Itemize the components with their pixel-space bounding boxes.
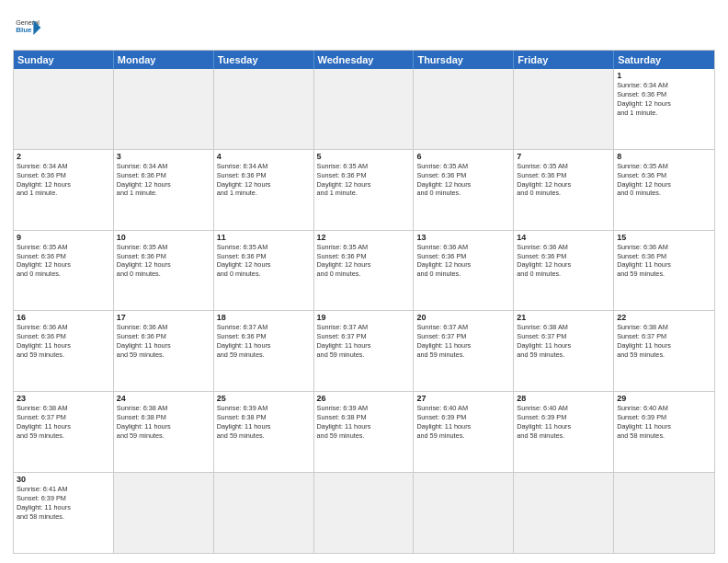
cell-info: Sunrise: 6:34 AM Sunset: 6:36 PM Dayligh… bbox=[17, 162, 110, 198]
cell-info: Sunrise: 6:40 AM Sunset: 6:39 PM Dayligh… bbox=[517, 404, 610, 440]
cell-info: Sunrise: 6:35 AM Sunset: 6:36 PM Dayligh… bbox=[617, 162, 711, 198]
cell-info: Sunrise: 6:38 AM Sunset: 6:38 PM Dayligh… bbox=[117, 404, 210, 440]
day-number: 18 bbox=[217, 313, 311, 322]
weekday-header-wednesday: Wednesday bbox=[314, 51, 415, 69]
calendar-cell: 13Sunrise: 6:36 AM Sunset: 6:36 PM Dayli… bbox=[414, 231, 514, 311]
calendar-cell: 14Sunrise: 6:36 AM Sunset: 6:36 PM Dayli… bbox=[514, 231, 614, 311]
calendar-cell bbox=[514, 69, 614, 149]
day-number: 21 bbox=[517, 313, 610, 322]
calendar-cell: 5Sunrise: 6:35 AM Sunset: 6:36 PM Daylig… bbox=[314, 150, 415, 230]
calendar-cell: 25Sunrise: 6:39 AM Sunset: 6:38 PM Dayli… bbox=[214, 392, 314, 472]
calendar-row-5: 30Sunrise: 6:41 AM Sunset: 6:39 PM Dayli… bbox=[14, 472, 714, 553]
calendar-cell: 26Sunrise: 6:39 AM Sunset: 6:38 PM Dayli… bbox=[314, 392, 415, 472]
calendar-cell bbox=[114, 69, 214, 149]
calendar-row-1: 2Sunrise: 6:34 AM Sunset: 6:36 PM Daylig… bbox=[14, 149, 714, 230]
calendar-cell: 23Sunrise: 6:38 AM Sunset: 6:37 PM Dayli… bbox=[14, 392, 114, 472]
day-number: 7 bbox=[517, 152, 610, 161]
calendar-cell: 21Sunrise: 6:38 AM Sunset: 6:37 PM Dayli… bbox=[514, 311, 614, 391]
calendar-cell: 18Sunrise: 6:37 AM Sunset: 6:36 PM Dayli… bbox=[214, 311, 314, 391]
calendar-cell: 12Sunrise: 6:35 AM Sunset: 6:36 PM Dayli… bbox=[314, 231, 415, 311]
cell-info: Sunrise: 6:38 AM Sunset: 6:37 PM Dayligh… bbox=[517, 323, 610, 359]
calendar-cell bbox=[414, 473, 514, 553]
calendar-cell: 16Sunrise: 6:36 AM Sunset: 6:36 PM Dayli… bbox=[14, 311, 114, 391]
day-number: 17 bbox=[117, 313, 210, 322]
logo-icon: General Blue bbox=[13, 13, 42, 42]
calendar-row-4: 23Sunrise: 6:38 AM Sunset: 6:37 PM Dayli… bbox=[14, 391, 714, 472]
day-number: 5 bbox=[317, 152, 411, 161]
calendar-row-2: 9Sunrise: 6:35 AM Sunset: 6:36 PM Daylig… bbox=[14, 230, 714, 311]
cell-info: Sunrise: 6:34 AM Sunset: 6:36 PM Dayligh… bbox=[217, 162, 311, 198]
weekday-header-monday: Monday bbox=[114, 51, 214, 69]
cell-info: Sunrise: 6:35 AM Sunset: 6:36 PM Dayligh… bbox=[517, 162, 610, 198]
weekday-header-tuesday: Tuesday bbox=[214, 51, 314, 69]
calendar-cell: 6Sunrise: 6:35 AM Sunset: 6:36 PM Daylig… bbox=[414, 150, 514, 230]
page: General Blue SundayMondayTuesdayWednesda… bbox=[0, 0, 728, 563]
day-number: 3 bbox=[117, 152, 210, 161]
cell-info: Sunrise: 6:39 AM Sunset: 6:38 PM Dayligh… bbox=[317, 404, 411, 440]
day-number: 15 bbox=[617, 233, 711, 242]
calendar-cell: 30Sunrise: 6:41 AM Sunset: 6:39 PM Dayli… bbox=[14, 473, 114, 553]
day-number: 28 bbox=[517, 394, 610, 403]
calendar-cell bbox=[314, 69, 415, 149]
cell-info: Sunrise: 6:40 AM Sunset: 6:39 PM Dayligh… bbox=[617, 404, 711, 440]
day-number: 26 bbox=[317, 394, 411, 403]
day-number: 16 bbox=[17, 313, 110, 322]
calendar-cell bbox=[614, 473, 714, 553]
calendar-header: SundayMondayTuesdayWednesdayThursdayFrid… bbox=[14, 51, 714, 69]
cell-info: Sunrise: 6:41 AM Sunset: 6:39 PM Dayligh… bbox=[17, 485, 110, 521]
calendar-cell: 17Sunrise: 6:36 AM Sunset: 6:36 PM Dayli… bbox=[114, 311, 214, 391]
calendar-cell: 9Sunrise: 6:35 AM Sunset: 6:36 PM Daylig… bbox=[14, 231, 114, 311]
cell-info: Sunrise: 6:36 AM Sunset: 6:36 PM Dayligh… bbox=[17, 323, 110, 359]
header: General Blue bbox=[13, 9, 715, 42]
cell-info: Sunrise: 6:37 AM Sunset: 6:37 PM Dayligh… bbox=[416, 323, 510, 359]
day-number: 25 bbox=[217, 394, 311, 403]
weekday-header-friday: Friday bbox=[514, 51, 614, 69]
day-number: 9 bbox=[17, 233, 110, 242]
cell-info: Sunrise: 6:39 AM Sunset: 6:38 PM Dayligh… bbox=[217, 404, 311, 440]
cell-info: Sunrise: 6:35 AM Sunset: 6:36 PM Dayligh… bbox=[117, 243, 210, 279]
day-number: 29 bbox=[617, 394, 711, 403]
day-number: 10 bbox=[117, 233, 210, 242]
day-number: 1 bbox=[617, 71, 711, 80]
day-number: 6 bbox=[416, 152, 510, 161]
cell-info: Sunrise: 6:36 AM Sunset: 6:36 PM Dayligh… bbox=[617, 243, 711, 279]
weekday-header-sunday: Sunday bbox=[14, 51, 114, 69]
cell-info: Sunrise: 6:35 AM Sunset: 6:36 PM Dayligh… bbox=[217, 243, 311, 279]
day-number: 19 bbox=[317, 313, 411, 322]
calendar-body: 1Sunrise: 6:34 AM Sunset: 6:36 PM Daylig… bbox=[14, 69, 714, 553]
day-number: 8 bbox=[617, 152, 711, 161]
calendar-cell bbox=[214, 69, 314, 149]
calendar-cell: 1Sunrise: 6:34 AM Sunset: 6:36 PM Daylig… bbox=[614, 69, 714, 149]
calendar-cell bbox=[414, 69, 514, 149]
calendar-cell: 24Sunrise: 6:38 AM Sunset: 6:38 PM Dayli… bbox=[114, 392, 214, 472]
cell-info: Sunrise: 6:36 AM Sunset: 6:36 PM Dayligh… bbox=[517, 243, 610, 279]
day-number: 4 bbox=[217, 152, 311, 161]
calendar-row-0: 1Sunrise: 6:34 AM Sunset: 6:36 PM Daylig… bbox=[14, 69, 714, 149]
cell-info: Sunrise: 6:34 AM Sunset: 6:36 PM Dayligh… bbox=[117, 162, 210, 198]
weekday-header-saturday: Saturday bbox=[614, 51, 714, 69]
calendar: SundayMondayTuesdayWednesdayThursdayFrid… bbox=[13, 50, 715, 554]
cell-info: Sunrise: 6:36 AM Sunset: 6:36 PM Dayligh… bbox=[416, 243, 510, 279]
cell-info: Sunrise: 6:35 AM Sunset: 6:36 PM Dayligh… bbox=[317, 162, 411, 198]
calendar-cell: 10Sunrise: 6:35 AM Sunset: 6:36 PM Dayli… bbox=[114, 231, 214, 311]
calendar-cell: 3Sunrise: 6:34 AM Sunset: 6:36 PM Daylig… bbox=[114, 150, 214, 230]
cell-info: Sunrise: 6:35 AM Sunset: 6:36 PM Dayligh… bbox=[17, 243, 110, 279]
calendar-cell: 22Sunrise: 6:38 AM Sunset: 6:37 PM Dayli… bbox=[614, 311, 714, 391]
weekday-header-thursday: Thursday bbox=[414, 51, 514, 69]
calendar-cell: 27Sunrise: 6:40 AM Sunset: 6:39 PM Dayli… bbox=[414, 392, 514, 472]
calendar-cell: 29Sunrise: 6:40 AM Sunset: 6:39 PM Dayli… bbox=[614, 392, 714, 472]
calendar-cell: 15Sunrise: 6:36 AM Sunset: 6:36 PM Dayli… bbox=[614, 231, 714, 311]
calendar-cell: 8Sunrise: 6:35 AM Sunset: 6:36 PM Daylig… bbox=[614, 150, 714, 230]
calendar-cell: 7Sunrise: 6:35 AM Sunset: 6:36 PM Daylig… bbox=[514, 150, 614, 230]
day-number: 24 bbox=[117, 394, 210, 403]
calendar-cell: 20Sunrise: 6:37 AM Sunset: 6:37 PM Dayli… bbox=[414, 311, 514, 391]
calendar-cell bbox=[514, 473, 614, 553]
calendar-cell: 19Sunrise: 6:37 AM Sunset: 6:37 PM Dayli… bbox=[314, 311, 415, 391]
day-number: 23 bbox=[17, 394, 110, 403]
day-number: 27 bbox=[416, 394, 510, 403]
calendar-cell bbox=[14, 69, 114, 149]
day-number: 22 bbox=[617, 313, 711, 322]
calendar-cell bbox=[114, 473, 214, 553]
calendar-cell: 2Sunrise: 6:34 AM Sunset: 6:36 PM Daylig… bbox=[14, 150, 114, 230]
calendar-cell: 4Sunrise: 6:34 AM Sunset: 6:36 PM Daylig… bbox=[214, 150, 314, 230]
